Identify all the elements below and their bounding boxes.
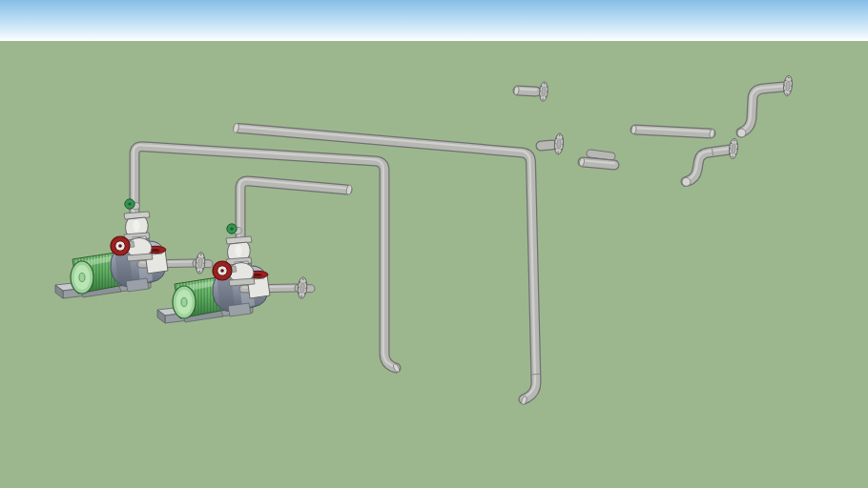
pipe-open-end (737, 129, 746, 137)
spool-z-upper[interactable] (737, 75, 794, 137)
spool-z-lower[interactable] (682, 138, 739, 186)
spool-long-pipe[interactable] (631, 125, 715, 137)
pipe (240, 181, 347, 269)
flange (539, 81, 549, 101)
pipe-highlight (518, 89, 536, 90)
pipe (590, 153, 611, 156)
pipe (240, 181, 347, 269)
flange (553, 133, 565, 155)
pipe-open-end (682, 177, 691, 186)
pump-unit-2[interactable] (157, 224, 311, 323)
flange (782, 75, 794, 96)
flange (728, 138, 739, 159)
pipe (541, 145, 552, 146)
discharge-line-2[interactable] (239, 179, 353, 269)
spool-short-pipes[interactable] (579, 153, 614, 167)
model-canvas[interactable] (0, 0, 868, 488)
viewport-3d[interactable] (0, 0, 868, 488)
spool-flange-stub[interactable] (541, 133, 565, 155)
spool-flanged-nipple[interactable] (514, 81, 549, 101)
